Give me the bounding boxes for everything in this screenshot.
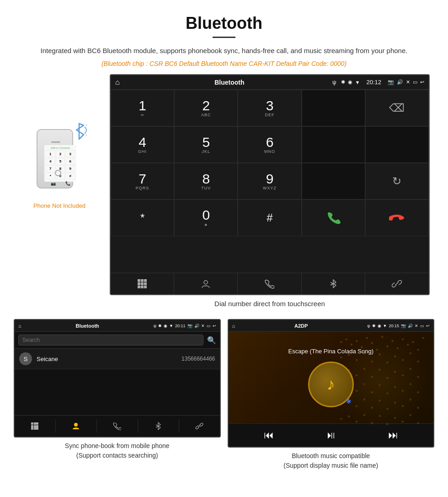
home-icon[interactable]: ⌂	[115, 78, 120, 86]
svg-point-46	[386, 362, 388, 363]
key-number: 9	[266, 172, 274, 186]
wifi-icon: ▼	[355, 80, 360, 85]
svg-line-21	[198, 425, 200, 427]
svg-point-66	[371, 391, 373, 393]
pb-btn-phone[interactable]	[97, 419, 138, 433]
dialer-key-7[interactable]: 7 PQRS	[111, 163, 174, 200]
key-number: 3	[266, 99, 274, 113]
dialer-empty-1	[302, 90, 365, 126]
dialer-btn-grid[interactable]	[111, 273, 174, 294]
phonebook-caption: Sync phone-book from mobile phone (Suppo…	[65, 441, 170, 460]
music-camera-icon[interactable]: 📷	[401, 324, 406, 328]
usb-icon: ψ	[332, 79, 336, 86]
dialer-call-red[interactable]	[365, 200, 429, 236]
pb-search-input[interactable]	[18, 335, 203, 346]
svg-point-89	[379, 415, 380, 417]
svg-point-45	[379, 353, 380, 355]
pb-camera-icon[interactable]: 📷	[187, 324, 192, 328]
dialer-call-green[interactable]	[302, 200, 365, 236]
phone-key-9: 9	[65, 165, 75, 172]
contacts-icon	[201, 279, 211, 289]
svg-point-83	[417, 407, 419, 409]
pb-btn-user[interactable]	[56, 419, 97, 433]
svg-rect-12	[34, 422, 36, 425]
svg-point-54	[363, 367, 365, 369]
car-status-bar: ⌂ Bluetooth ψ ✱ ◉ ▼ 20:12 📷 🔊 ✕ ▭ ↩	[111, 75, 429, 90]
camera-icon[interactable]: 📷	[388, 79, 394, 85]
music-content: Escape (The Pina Colada Song)	[229, 332, 434, 423]
screen-icon[interactable]: ▭	[413, 79, 417, 85]
dialer-key-hash[interactable]: #	[238, 200, 301, 236]
svg-rect-2	[144, 279, 147, 282]
prev-track-button[interactable]: ⏮	[264, 429, 274, 441]
header-specs: (Bluetooth chip : CSR BC6 Default Blueto…	[37, 60, 411, 67]
pb-screen-icon[interactable]: ▭	[207, 324, 211, 328]
page-title: Bluetooth	[37, 14, 411, 33]
dialer-btn-contacts[interactable]	[174, 273, 238, 294]
svg-point-76	[363, 399, 365, 400]
volume-icon[interactable]: 🔊	[397, 79, 403, 85]
dialer-backspace[interactable]: ⌫	[365, 90, 429, 126]
svg-rect-17	[31, 427, 33, 430]
svg-rect-18	[34, 427, 36, 430]
dialer-key-3[interactable]: 3 DEF	[238, 90, 301, 126]
pb-home-icon[interactable]: ⌂	[18, 323, 21, 329]
pb-btn-bluetooth[interactable]	[138, 419, 179, 433]
pb-back-icon[interactable]: ↩	[213, 324, 216, 328]
svg-point-57	[386, 377, 388, 379]
music-vol-icon[interactable]: 🔊	[408, 324, 413, 328]
dialer-key-5[interactable]: 5 JKL	[174, 126, 238, 163]
svg-point-67	[379, 384, 380, 386]
close-icon[interactable]: ✕	[406, 79, 410, 85]
svg-rect-5	[144, 282, 147, 285]
pb-btn-grid[interactable]	[15, 419, 56, 433]
dialer-key-6[interactable]: 6 MNO	[238, 126, 301, 163]
svg-point-78	[379, 400, 380, 401]
svg-point-75	[356, 405, 357, 407]
key-sub: +	[204, 222, 208, 227]
music-back-icon[interactable]: ↩	[426, 324, 430, 328]
pb-vol-icon[interactable]: 🔊	[194, 324, 199, 328]
bluetooth-status-icon: ✱	[341, 79, 345, 85]
key-number: 1	[139, 99, 146, 113]
phonebook-caption-line1: Sync phone-book from mobile phone	[65, 442, 170, 449]
music-home-icon[interactable]: ⌂	[232, 323, 235, 329]
dialer-key-9[interactable]: 9 WXYZ	[238, 163, 301, 200]
dialer-btn-link[interactable]	[365, 273, 429, 294]
music-caption-line2: (Support display music file name)	[283, 462, 378, 469]
dialer-key-4[interactable]: 4 GHI	[111, 126, 174, 163]
dialer-refresh[interactable]: ↻	[365, 163, 429, 200]
dialer-key-star[interactable]: *	[111, 200, 174, 236]
pb-close-icon[interactable]: ✕	[201, 324, 205, 328]
pb-contact-avatar: S	[19, 352, 32, 365]
pb-usb-icon: ψ	[154, 324, 156, 328]
svg-point-90	[386, 423, 388, 425]
status-time: 20:12	[366, 79, 381, 86]
dialer-key-0[interactable]: 0 +	[174, 200, 238, 236]
svg-point-36	[407, 344, 409, 346]
dialer-key-1[interactable]: 1 ∞	[111, 90, 174, 126]
pb-search-icon[interactable]: 🔍	[207, 336, 216, 345]
pb-btn-link[interactable]	[179, 419, 220, 433]
back-icon[interactable]: ↩	[420, 79, 424, 85]
phone-key-4: 4	[46, 158, 55, 165]
music-screen-icon[interactable]: ▭	[420, 324, 424, 328]
key-sub: DEF	[265, 113, 274, 117]
pb-title: Bluetooth	[21, 323, 154, 329]
key-sub: WXYZ	[263, 186, 277, 190]
svg-point-88	[371, 422, 373, 424]
svg-line-10	[395, 282, 398, 285]
svg-point-31	[381, 336, 383, 338]
svg-point-20	[74, 423, 78, 427]
svg-point-65	[363, 383, 365, 385]
phone-display: Add to Contacts 1 2 3 4 5 6 7 8 9 *	[44, 145, 76, 182]
key-number: #	[267, 212, 272, 223]
svg-point-64	[356, 390, 357, 392]
dialer-btn-phone[interactable]	[238, 273, 301, 294]
call-red-icon	[389, 210, 405, 226]
dialer-btn-bluetooth[interactable]	[302, 273, 365, 294]
pb-contact-row[interactable]: S Seicane 13566664466	[15, 349, 220, 369]
music-close-icon[interactable]: ✕	[415, 324, 418, 328]
dialer-key-2[interactable]: 2 ABC	[174, 90, 238, 126]
dialer-key-8[interactable]: 8 TUV	[174, 163, 238, 200]
